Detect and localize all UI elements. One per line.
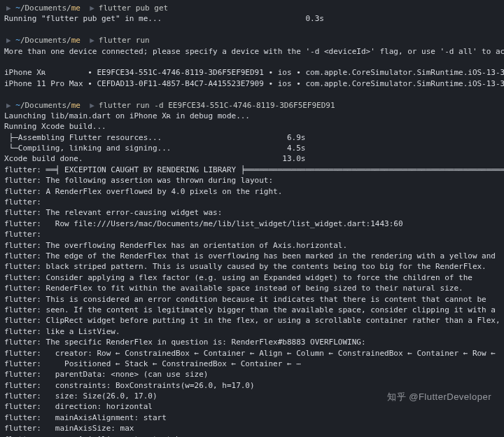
flutter-line: flutter: ClipRect widget before putting … <box>4 315 500 326</box>
blank <box>4 25 500 35</box>
xcode-build-3: └─Compiling, linking and signing... 4.5s <box>4 143 500 153</box>
path-tilde: ~ <box>15 100 20 111</box>
flutter-line: flutter: seen. If the content is legitim… <box>4 305 500 315</box>
flutter-line: flutter: The specific RenderFlex in ques… <box>4 337 500 347</box>
launching: Launching lib/main.dart on iPhone Xʀ in … <box>4 111 500 121</box>
chevron-right-icon: ▶ <box>6 3 11 13</box>
flutter-line: flutter: Row file:///Users/mac/Documents… <box>4 218 500 229</box>
output-multidevice: More than one device connected; please s… <box>4 46 500 57</box>
flutter-line: flutter: size: Size(26.0, 17.0) <box>4 391 500 401</box>
chevron-right-icon: ▶ <box>6 35 11 46</box>
flutter-line: flutter: crossAxisAlignment: stretch <box>4 434 500 437</box>
flutter-line: flutter: mainAxisAlignment: start <box>4 412 500 423</box>
flutter-line: flutter: Positioned ← Stack ← Constraine… <box>4 359 500 369</box>
command-2: flutter run <box>99 35 150 46</box>
path-me: me <box>71 3 80 13</box>
flutter-line: flutter: constraints: BoxConstraints(w=2… <box>4 380 500 391</box>
path-sep: / <box>66 3 71 13</box>
command-1: flutter pub get <box>99 3 168 13</box>
flutter-line: flutter: The relevant error-causing widg… <box>4 207 500 218</box>
path-sep: / <box>20 3 25 13</box>
path-tilde: ~ <box>15 3 20 13</box>
flutter-line: flutter: black striped pattern. This is … <box>4 261 500 272</box>
exception-header: flutter: ══╡ EXCEPTION CAUGHT BY RENDERI… <box>4 165 500 175</box>
flutter-line: flutter: The following assertion was thr… <box>4 175 500 186</box>
flutter-line: flutter: parentData: <none> (can use siz… <box>4 369 500 380</box>
flutter-line: flutter: creator: Row ← ConstrainedBox ←… <box>4 348 500 359</box>
chevron-right-icon: ▶ <box>6 100 11 111</box>
flutter-line: flutter: Consider applying a flex factor… <box>4 272 500 283</box>
flutter-line: flutter: <box>4 229 500 240</box>
xcode-build-2: ├─Assembling Flutter resources... 6.9s <box>4 132 500 143</box>
flutter-line: flutter: A RenderFlex overflowed by 4.0 … <box>4 186 500 197</box>
prompt-2[interactable]: ▶ ~ / Documents / me ▶ flutter run <box>4 35 500 46</box>
flutter-line: flutter: This is considered an error con… <box>4 294 500 305</box>
device-2: iPhone 11 Pro Max • CEFDAD13-0F11-4857-B… <box>4 78 500 89</box>
prompt-3[interactable]: ▶ ~ / Documents / me ▶ flutter run -d EE… <box>4 100 500 111</box>
chevron-right-icon: ▶ <box>90 100 94 111</box>
flutter-line: flutter: The overflowing RenderFlex has … <box>4 240 500 251</box>
xcode-build-4: Xcode build done. 13.0s <box>4 153 500 164</box>
flutter-line: flutter: mainAxisSize: max <box>4 423 500 433</box>
path-documents: Documents <box>25 3 67 13</box>
prompt-1[interactable]: ▶ ~ / Documents / me ▶ flutter pub get <box>4 3 500 13</box>
path-tilde: ~ <box>15 35 20 46</box>
chevron-right-icon: ▶ <box>90 35 94 46</box>
command-3: flutter run -d EE9FCE34-551C-4746-8119-3… <box>99 100 335 111</box>
flutter-line: flutter: like a ListView. <box>4 326 500 337</box>
device-1: iPhone Xʀ • EE9FCE34-551C-4746-8119-3D6F… <box>4 67 500 78</box>
flutter-line: flutter: direction: horizontal <box>4 401 500 412</box>
flutter-line: flutter: The edge of the RenderFlex that… <box>4 251 500 261</box>
flutter-line: flutter: <box>4 197 500 207</box>
xcode-build-1: Running Xcode build... <box>4 121 500 132</box>
flutter-line: flutter: RenderFlex to fit within the av… <box>4 283 500 293</box>
blank <box>4 57 500 67</box>
chevron-right-icon: ▶ <box>90 3 94 13</box>
output-pubget: Running "flutter pub get" in me... 0.3s <box>4 13 500 24</box>
blank <box>4 89 500 99</box>
